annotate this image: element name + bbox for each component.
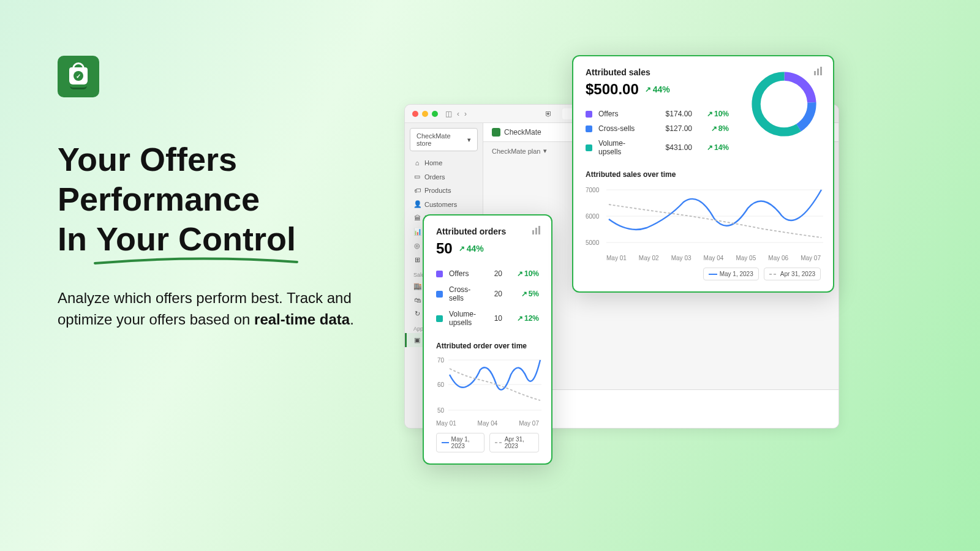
svg-text:60: 60 — [437, 381, 445, 388]
attributed-orders-card: Attributed orders 50 ↗44% Offers20↗10% C… — [423, 214, 552, 465]
svg-rect-1 — [535, 228, 537, 234]
chart-icon[interactable] — [813, 66, 823, 76]
legend-row: Offers20↗10% — [436, 266, 539, 282]
bag-icon: 🛍 — [413, 296, 421, 304]
orders-legend: Offers20↗10% Cross-sells20↗5% Volume-ups… — [436, 266, 539, 331]
color-swatch — [586, 144, 592, 151]
arrow-up-icon: ↗ — [711, 124, 717, 133]
svg-rect-11 — [820, 67, 822, 75]
svg-rect-9 — [814, 71, 816, 75]
arrow-up-icon: ↗ — [707, 110, 713, 118]
window-controls[interactable] — [412, 111, 438, 117]
hero-heading: Your Offers Performance In Your Control — [58, 140, 376, 258]
legend-row: Volume-upsells$431.00↗14% — [586, 136, 729, 159]
svg-text:7000: 7000 — [586, 187, 600, 193]
hero-text: Your Offers Performance In Your Control … — [58, 140, 376, 331]
arrow-up-icon: ↗ — [517, 269, 523, 278]
legend-chip-current[interactable]: May 1, 2023 — [436, 433, 484, 452]
svg-text:6000: 6000 — [586, 213, 600, 220]
sidebar-toggle-icon[interactable]: ◫ — [445, 110, 452, 118]
arrow-up-icon: ↗ — [645, 85, 651, 94]
orders-line-chart: 70 60 50 May 01 May 04 May 07 — [436, 356, 539, 427]
legend-chip-previous[interactable]: Apr 31, 2023 — [489, 433, 539, 452]
orders-icon: ▭ — [413, 173, 421, 181]
forward-icon[interactable]: › — [464, 110, 467, 118]
maximize-icon[interactable] — [432, 111, 438, 117]
minimize-icon[interactable] — [422, 111, 428, 117]
orders-delta: ↗44% — [459, 244, 484, 253]
close-icon[interactable] — [412, 111, 418, 117]
person-icon: 👤 — [413, 200, 421, 208]
chart-icon: 📊 — [413, 228, 421, 236]
mini-chart-title: Attributed sales over time — [586, 170, 821, 179]
legend-row: Volume-upsells10↗12% — [436, 306, 539, 331]
color-swatch — [436, 291, 443, 298]
refresh-icon: ↻ — [413, 310, 421, 318]
color-swatch — [586, 126, 592, 132]
legend-row: Cross-sells$127.00↗8% — [586, 121, 729, 136]
sales-line-chart: 7000 6000 5000 May 01 May 02 May 03 May … — [586, 185, 821, 261]
sales-donut-chart — [747, 67, 821, 141]
color-swatch — [436, 315, 443, 322]
legend-row: Cross-sells20↗5% — [436, 282, 539, 306]
store-selector[interactable]: CheckMate store▾ — [410, 128, 478, 151]
back-icon[interactable]: ‹ — [457, 110, 459, 118]
color-swatch — [436, 271, 443, 277]
arrow-up-icon: ↗ — [521, 290, 527, 298]
arrow-up-icon: ↗ — [459, 244, 465, 253]
tag-icon: 🏷 — [413, 187, 421, 194]
sales-legend: Offers$174.00↗10% Cross-sells$127.00↗8% … — [586, 107, 729, 159]
chart-icon[interactable] — [532, 225, 541, 235]
sidebar-item-customers[interactable]: 👤Customers — [405, 197, 483, 211]
legend-chip-previous[interactable]: Apr 31, 2023 — [764, 268, 821, 280]
sidebar-item-products[interactable]: 🏷Products — [405, 184, 483, 197]
chevron-down-icon: ▾ — [543, 147, 547, 155]
legend-row: Offers$174.00↗10% — [586, 107, 729, 121]
svg-rect-2 — [538, 226, 540, 234]
color-swatch — [586, 111, 592, 118]
mini-chart-title: Attributed order over time — [436, 342, 539, 350]
sidebar-item-home[interactable]: ⌂Home — [405, 156, 483, 170]
arrow-up-icon: ↗ — [517, 314, 523, 323]
svg-text:70: 70 — [437, 357, 445, 364]
svg-rect-0 — [532, 230, 534, 234]
card-title: Attributed orders — [436, 227, 539, 236]
grid-icon: ⊞ — [413, 256, 421, 264]
card-title: Attributed sales — [586, 67, 729, 77]
svg-text:5000: 5000 — [586, 239, 600, 246]
hero-description: Analyze which offers perform best. Track… — [58, 288, 376, 331]
bank-icon: 🏛 — [413, 214, 421, 222]
shield-icon[interactable]: ⛨ — [545, 110, 552, 118]
app-icon: ▣ — [413, 336, 421, 344]
svg-text:50: 50 — [437, 407, 445, 414]
arrow-up-icon: ↗ — [707, 143, 713, 152]
app-logo: ✓ — [58, 56, 99, 97]
orders-total: 50 ↗44% — [436, 240, 539, 257]
store-icon: 🏬 — [413, 282, 421, 290]
attributed-sales-card: Attributed sales $500.00 ↗44% Offers$174… — [572, 55, 834, 293]
svg-rect-10 — [817, 69, 819, 75]
sales-delta: ↗44% — [645, 84, 670, 94]
legend-chip-current[interactable]: May 1, 2023 — [703, 268, 759, 280]
sales-total: $500.00 ↗44% — [586, 81, 729, 98]
chevron-down-icon: ▾ — [467, 136, 471, 144]
home-icon: ⌂ — [413, 159, 421, 167]
app-logo-small — [492, 128, 500, 137]
target-icon: ◎ — [413, 242, 421, 250]
sidebar-item-orders[interactable]: ▭Orders — [405, 170, 483, 184]
